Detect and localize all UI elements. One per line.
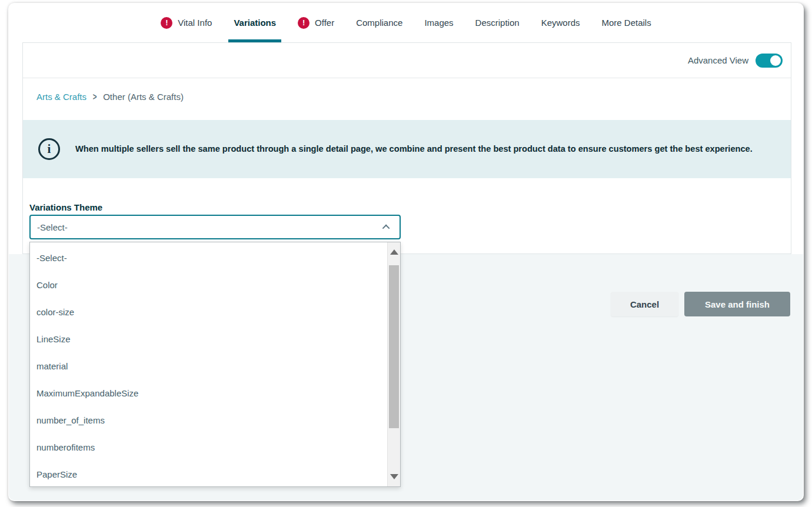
tab-vital-info[interactable]: !Vital Info (161, 3, 212, 42)
chevron-up-icon (382, 224, 390, 232)
tab-more-details[interactable]: More Details (602, 3, 651, 42)
tab-label: More Details (602, 18, 651, 28)
tab-description[interactable]: Description (475, 3, 520, 42)
tab-label: Images (424, 18, 453, 28)
scroll-up-arrow-icon[interactable] (390, 249, 398, 255)
dropdown-option-number-of-items[interactable]: number_of_items (30, 406, 387, 433)
breadcrumb-current: Other (Arts & Crafts) (103, 92, 184, 102)
scroll-down-arrow-icon[interactable] (390, 474, 398, 479)
dropdown-option-papersize[interactable]: PaperSize (30, 461, 387, 486)
dropdown-option-linesize[interactable]: LineSize (30, 325, 387, 352)
tab-bar: !Vital InfoVariations!OfferComplianceIma… (8, 3, 804, 42)
breadcrumb-link-arts-crafts[interactable]: Arts & Crafts (36, 92, 86, 102)
advanced-view-label: Advanced View (688, 55, 748, 65)
cancel-button[interactable]: Cancel (611, 292, 678, 316)
dropdown-option-select[interactable]: -Select- (30, 244, 387, 271)
tab-label: Keywords (541, 18, 580, 28)
advanced-view-toggle[interactable] (756, 54, 783, 68)
tab-label: Variations (234, 18, 276, 28)
advanced-view-row: Advanced View (23, 43, 791, 78)
dropdown-option-material[interactable]: material (30, 352, 387, 379)
dropdown-option-color-size[interactable]: color-size (30, 298, 387, 325)
info-icon: i (38, 138, 60, 160)
variations-theme-dropdown: -Select-Colorcolor-sizeLineSizematerialM… (29, 242, 401, 487)
error-badge-icon: ! (161, 17, 172, 29)
tab-label: Compliance (356, 18, 402, 28)
dropdown-option-list: -Select-Colorcolor-sizeLineSizematerialM… (30, 242, 387, 486)
tab-label: Vital Info (178, 18, 212, 28)
dropdown-option-numberofitems[interactable]: numberofitems (30, 433, 387, 461)
dropdown-option-maximumexpandablesize[interactable]: MaximumExpandableSize (30, 379, 387, 406)
save-and-finish-button[interactable]: Save and finish (684, 292, 790, 316)
tab-label: Description (475, 18, 520, 28)
dropdown-scrollbar[interactable] (387, 242, 400, 486)
breadcrumb-separator-icon: > (93, 91, 97, 102)
tab-images[interactable]: Images (424, 3, 453, 42)
tab-compliance[interactable]: Compliance (356, 3, 402, 42)
toggle-knob-icon (770, 55, 781, 66)
info-banner: i When multiple sellers sell the same pr… (23, 120, 791, 178)
tab-variations[interactable]: Variations (234, 3, 276, 42)
tab-keywords[interactable]: Keywords (541, 3, 580, 42)
content-panel: Advanced View Arts & Crafts > Other (Art… (22, 42, 791, 254)
info-banner-text: When multiple sellers sell the same prod… (75, 142, 753, 156)
error-badge-icon: ! (298, 17, 310, 29)
tab-offer[interactable]: !Offer (298, 3, 334, 42)
dropdown-option-color[interactable]: Color (30, 271, 387, 298)
listing-editor-card: !Vital InfoVariations!OfferComplianceIma… (8, 3, 804, 501)
breadcrumb: Arts & Crafts > Other (Arts & Crafts) (23, 78, 791, 115)
select-current-value: -Select- (37, 222, 68, 232)
tab-label: Offer (315, 18, 334, 28)
variations-theme-select[interactable]: -Select- (29, 215, 401, 239)
scrollbar-thumb[interactable] (389, 265, 399, 428)
page: !Vital InfoVariations!OfferComplianceIma… (0, 0, 812, 507)
variations-theme-label: Variations Theme (29, 202, 102, 212)
